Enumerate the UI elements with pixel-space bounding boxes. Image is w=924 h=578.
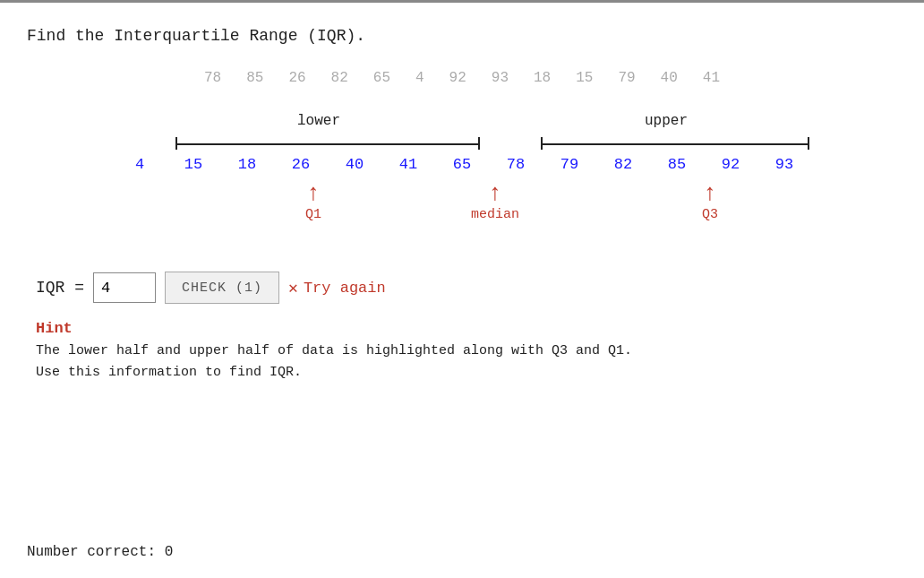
unordered-num-6: 4	[415, 70, 424, 86]
sorted-num-18: 18	[229, 156, 265, 173]
sorted-num-85: 85	[659, 156, 695, 173]
unordered-num-11: 79	[618, 70, 635, 86]
sorted-num-93: 93	[766, 156, 802, 173]
unordered-num-12: 40	[661, 70, 678, 86]
try-again-message: ✕ Try again	[288, 278, 386, 298]
q1-label: Q1	[305, 207, 321, 222]
q3-label: Q3	[702, 207, 718, 222]
try-again-text: Try again	[304, 280, 386, 297]
sorted-num-41: 41	[390, 156, 426, 173]
sorted-num-82: 82	[605, 156, 641, 173]
sorted-num-26: 26	[283, 156, 319, 173]
median-arrow-icon: ↑	[488, 182, 502, 205]
input-row: IQR = CHECK (1) ✕ Try again	[27, 272, 897, 304]
median-arrow: ↑ median	[471, 182, 519, 222]
iqr-input[interactable]	[93, 272, 156, 303]
hint-line1: The lower half and upper half of data is…	[36, 343, 632, 358]
check-button[interactable]: CHECK (1)	[165, 272, 279, 304]
hint-section: Hint The lower half and upper half of da…	[27, 320, 897, 384]
question-title: Find the Interquartile Range (IQR).	[27, 27, 897, 45]
unordered-num-5: 65	[373, 70, 390, 86]
sorted-num-92: 92	[713, 156, 749, 173]
x-icon: ✕	[288, 278, 298, 298]
bracket-lines	[113, 134, 811, 151]
q3-arrow-icon: ↑	[703, 182, 717, 205]
iqr-label: IQR =	[36, 279, 84, 297]
hint-line2: Use this information to find IQR.	[36, 365, 302, 380]
sorted-numbers-row: 4 15 18 26 40 41 65 78 79 82 85 92 93	[113, 156, 811, 173]
sorted-num-15: 15	[175, 156, 211, 173]
unordered-num-4: 82	[331, 70, 348, 86]
unordered-num-3: 26	[288, 70, 305, 86]
q3-arrow: ↑ Q3	[702, 182, 718, 222]
sorted-num-79: 79	[552, 156, 587, 173]
upper-label: upper	[532, 113, 800, 129]
lower-label: lower	[167, 113, 471, 129]
sorted-num-65: 65	[444, 156, 480, 173]
unordered-num-10: 15	[576, 70, 593, 86]
unordered-num-2: 85	[246, 70, 263, 86]
sorted-num-40: 40	[337, 156, 372, 173]
unordered-num-8: 93	[492, 70, 509, 86]
number-line-area: lower upper 4 15 18 26 40 41 65 78 79 82	[27, 113, 897, 236]
q1-arrow-icon: ↑	[306, 182, 321, 205]
arrows-row: ↑ Q1 ↑ median ↑ Q3	[113, 182, 811, 236]
q1-arrow: ↑ Q1	[305, 182, 321, 222]
unordered-num-13: 41	[703, 70, 720, 86]
hint-text: The lower half and upper half of data is…	[36, 341, 897, 384]
sorted-num-78: 78	[498, 156, 534, 173]
unordered-num-9: 18	[534, 70, 551, 86]
unordered-num-7: 92	[449, 70, 466, 86]
unordered-numbers-row: 78 85 26 82 65 4 92 93 18 15 79 40 41	[27, 70, 897, 86]
unordered-num-1: 78	[204, 70, 221, 86]
sorted-num-4: 4	[122, 156, 158, 173]
median-label: median	[471, 207, 519, 222]
hint-title: Hint	[36, 320, 897, 337]
number-correct: Number correct: 0	[27, 544, 173, 560]
